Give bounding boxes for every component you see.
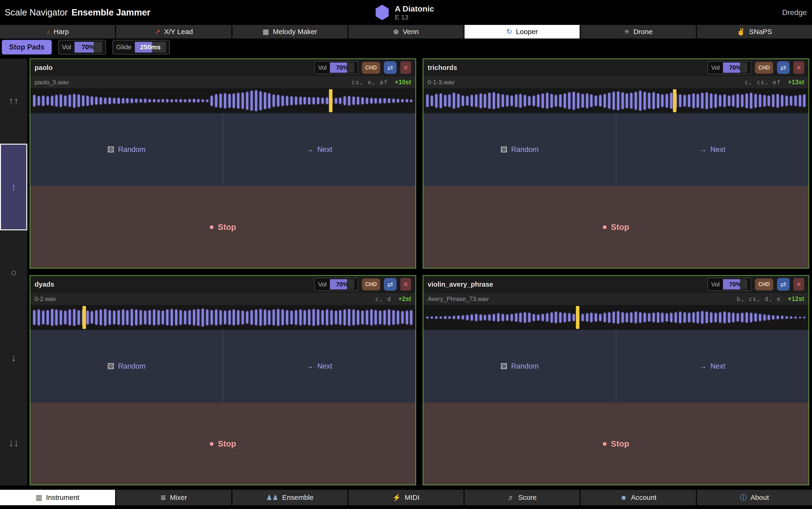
waveform-bar [131,309,133,326]
waveform-bar [153,309,155,326]
tab-drone[interactable]: ✳Drone [581,25,696,38]
waveform-display[interactable] [30,88,415,113]
close-panel-button[interactable]: ✕ [793,278,804,291]
waveform-bar [357,97,359,105]
tab-ensemble[interactable]: ♟♟Ensemble [232,490,348,505]
waveform-bar [193,309,195,326]
vol-label: Vol [62,43,71,51]
close-icon: ✕ [403,280,408,288]
chord-mode-badge[interactable]: CHD [362,278,380,291]
master-volume-slider[interactable]: 70% [74,42,102,53]
stop-pads-button[interactable]: Stop Pads [2,40,52,55]
chord-mode-badge[interactable]: CHD [362,62,380,74]
tab-about[interactable]: ⓘAbout [697,490,812,505]
panel-volume-slider[interactable]: 70% [723,63,747,73]
close-panel-button[interactable]: ✕ [400,61,411,74]
loop-mode-button[interactable]: ⇄ [777,278,790,291]
tab-xy-lead[interactable]: ↗X/Y Lead [116,25,231,38]
waveform-bar [42,311,44,325]
waveform-bar [542,94,544,108]
waveform-bar [759,94,761,107]
panel-volume-slider[interactable]: 70% [330,279,354,290]
waveform-bar [794,317,797,318]
waveform-bar [599,95,602,107]
waveform-bar [448,94,451,107]
next-sample-button[interactable]: → Next [223,113,416,186]
waveform-bar [384,98,386,103]
tab-account[interactable]: ☻Account [581,490,696,505]
waveform-bar [772,94,774,107]
waveform-bar [375,98,377,104]
stop-loop-button[interactable]: ■ Stop [423,403,809,484]
tab-score[interactable]: ♬Score [464,490,580,505]
random-sample-button[interactable]: ⚄ Random [423,330,616,403]
waveform-bar [392,310,395,325]
waveform-bar [375,310,377,325]
panel-volume-slider[interactable]: 70% [723,279,747,290]
close-panel-button[interactable]: ✕ [793,61,804,74]
waveform-bar [764,95,766,107]
stop-loop-button[interactable]: ■ Stop [423,186,809,268]
chord-mode-badge[interactable]: CHD [755,278,773,291]
tab-melody-maker[interactable]: ▦Melody Maker [232,25,348,38]
tab-venn[interactable]: ⊚Venn [349,25,463,38]
tab-mixer[interactable]: ≣Mixer [116,490,231,505]
chord-mode-badge[interactable]: CHD [755,62,773,74]
waveform-bar [488,314,491,321]
scale-neutral[interactable]: ○ [0,230,27,315]
scale-down-two[interactable]: ↓↓ [0,401,27,485]
waveform-bar [64,311,66,325]
tab-harp[interactable]: ♪Harp [0,25,115,38]
random-sample-button[interactable]: ⚄ Random [30,330,223,403]
next-sample-button[interactable]: → Next [616,330,809,403]
tab-looper[interactable]: ↻Looper [464,25,580,38]
random-sample-button[interactable]: ⚄ Random [30,113,223,186]
waveform-display[interactable] [30,305,415,330]
sample-transpose: +2st [398,295,411,303]
waveform-bar [497,94,499,108]
current-scale-group: A Diatonic E 13 [376,0,434,25]
glide-slider[interactable]: 250ms [135,42,166,53]
tab-midi[interactable]: ⚡MIDI [349,490,463,505]
waveform-bar [794,96,797,106]
waveform-bar [661,313,663,323]
waveform-bar [410,100,412,102]
waveform-bar [599,314,602,321]
panel-volume-slider[interactable]: 70% [330,63,354,73]
waveform-bar [431,96,433,106]
next-sample-button[interactable]: → Next [616,113,809,186]
waveform-bar [33,310,35,325]
waveform-display[interactable] [423,88,809,113]
scale-up-two[interactable]: ↑↑ [0,59,27,144]
random-sample-button[interactable]: ⚄ Random [423,113,616,186]
waveform-bar [648,93,650,109]
waveform-display[interactable] [423,305,809,330]
next-sample-button[interactable]: → Next [223,330,416,403]
looper-panel: dyads Vol 70% CHD ⇄ ✕ 0-2.wav c, d +2st … [30,275,416,485]
waveform-bar [51,96,53,106]
waveform-bar [135,99,137,103]
loop-mode-button[interactable]: ⇄ [777,61,790,74]
waveform-bar [714,313,717,323]
waveform-bar [670,93,673,109]
tab-snaps[interactable]: ✌SNaPS [697,25,812,38]
scale-down-one[interactable]: ↓ [0,315,27,400]
waveform-bar [661,94,663,107]
tab-instrument[interactable]: ▥Instrument [0,490,115,505]
close-icon: ✕ [796,280,802,288]
waveform-bar [790,316,792,318]
stop-loop-button[interactable]: ■ Stop [30,403,415,484]
close-panel-button[interactable]: ✕ [400,278,411,291]
waveform-bar [170,309,173,326]
stop-loop-button[interactable]: ■ Stop [30,186,415,268]
loop-mode-button[interactable]: ⇄ [384,278,397,291]
waveform-bar [69,95,71,107]
waveform-bar [180,310,182,325]
waveform-bar [652,313,655,323]
panel-header: paolo Vol 70% CHD ⇄ ✕ [30,59,415,76]
loop-mode-button[interactable]: ⇄ [384,61,397,74]
master-volume-control: Vol 70% [58,40,106,55]
waveform-bar [706,92,708,109]
scale-up-one[interactable]: ↑ [0,144,27,230]
waveform-bar [210,96,213,106]
